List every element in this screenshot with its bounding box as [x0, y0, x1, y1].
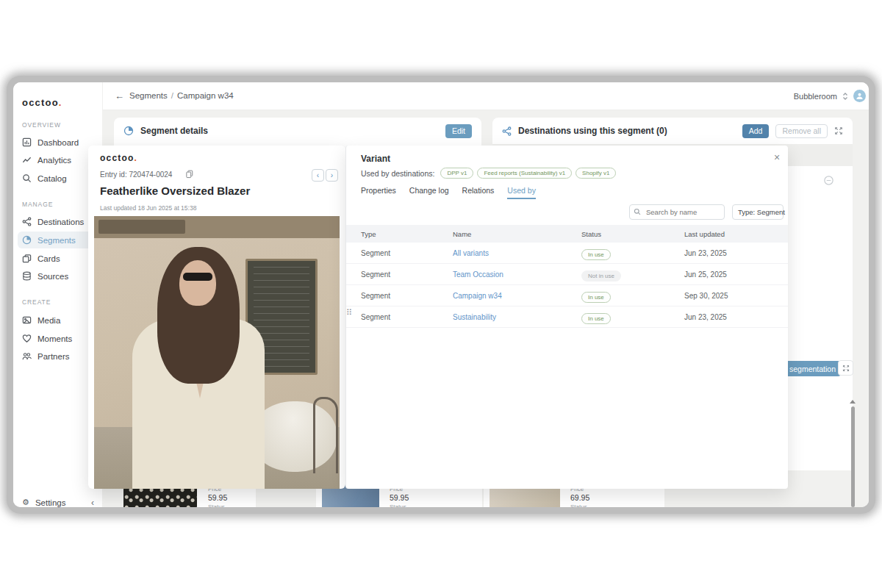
dashboard-icon: [22, 137, 32, 147]
status-badge: In use: [581, 249, 611, 260]
table-row[interactable]: Segment Sustainability In use Jun 23, 20…: [346, 306, 788, 328]
row-name-link[interactable]: Team Occasion: [453, 270, 581, 279]
add-button[interactable]: Add: [742, 124, 770, 138]
status-badge: In use: [581, 292, 611, 303]
tab-properties[interactable]: Properties: [361, 186, 396, 199]
product-photo: [94, 216, 340, 489]
row-name-link[interactable]: Campaign w34: [453, 292, 581, 300]
price-value: 59.95: [390, 493, 409, 502]
row-type: Segment: [361, 270, 453, 279]
sidebar-item-label: Settings: [35, 498, 66, 507]
select-chevrons-icon: [842, 92, 848, 101]
app-logo: occtoo.: [22, 97, 62, 108]
destination-badge: DPP v1: [440, 168, 473, 179]
sidebar-item-label: Catalog: [37, 174, 67, 183]
logo-dot: .: [135, 153, 138, 163]
sidebar-item-settings[interactable]: ⚙ Settings ‹: [18, 494, 100, 507]
photo-sunglasses: [183, 273, 212, 281]
used-by-destinations: Used by destinations: DPP v1 Feed report…: [361, 168, 616, 179]
panel-title: Destinations using this segment (0): [518, 126, 667, 136]
collapse-sidebar-icon[interactable]: ‹: [91, 498, 94, 508]
type-filter-value: Type: Segment: [738, 208, 785, 216]
app-logo: occtoo.: [100, 153, 137, 163]
table-row[interactable]: Segment All variants In use Jun 23, 2025: [346, 243, 788, 264]
analytics-icon: [22, 155, 32, 165]
screenshot-canvas: occtoo. OVERVIEW Dashboard Analytics Cat…: [0, 0, 882, 588]
account-switcher[interactable]: Bubbleroom: [794, 90, 866, 102]
segment-details-header: Segment details Edit: [114, 118, 481, 144]
empty-state-icon: [823, 175, 834, 186]
search-box: [629, 204, 725, 220]
expand-icon: [834, 126, 843, 135]
status-label: Status: [570, 503, 587, 507]
segmentation-button[interactable]: segmentation: [784, 361, 841, 376]
row-last-updated: Jun 23, 2025: [684, 313, 773, 321]
media-image-icon: [22, 315, 32, 325]
segment-pie-icon: [123, 126, 134, 136]
segments-pie-icon: [22, 235, 32, 245]
sidebar-item-label: Media: [37, 316, 60, 325]
expand-icon: [842, 365, 850, 372]
table-row[interactable]: Segment Campaign w34 In use Sep 30, 2025: [346, 285, 788, 306]
close-icon[interactable]: ×: [774, 151, 780, 163]
sidebar-item-label: Partners: [37, 352, 69, 361]
tab-used-by[interactable]: Used by: [507, 186, 536, 199]
remove-all-button[interactable]: Remove all: [775, 124, 828, 138]
sidebar-item-label: Sources: [37, 272, 68, 281]
panel-title: Segment details: [140, 126, 208, 136]
breadcrumb-parent[interactable]: Segments: [129, 91, 168, 100]
row-name-link[interactable]: Sustainability: [453, 313, 581, 321]
row-type: Segment: [361, 313, 453, 321]
photo-cafe-sign: [98, 220, 185, 234]
column-name: Name: [453, 230, 581, 238]
back-arrow-icon[interactable]: ←: [115, 90, 124, 101]
expand-panel-button[interactable]: [834, 126, 843, 135]
section-label-overview: OVERVIEW: [22, 121, 61, 129]
user-avatar[interactable]: [853, 90, 866, 102]
product-title: Featherlike Oversized Blazer: [100, 184, 250, 197]
used-by-label: Used by destinations:: [361, 169, 434, 178]
person-icon: [856, 92, 864, 100]
status-badge: Not in use: [581, 270, 621, 282]
status-label: Status: [208, 503, 225, 507]
tab-change-log[interactable]: Change log: [409, 186, 449, 199]
row-type: Segment: [361, 249, 453, 257]
destinations-header: Destinations using this segment (0) Add …: [492, 118, 853, 144]
status-label: Status: [390, 503, 406, 507]
table-header: Type Name Status Last updated: [346, 225, 788, 243]
destinations-share-icon: [22, 217, 32, 226]
row-last-updated: Jun 23, 2025: [684, 249, 773, 257]
table-row[interactable]: Segment Team Occasion Not in use Jun 25,…: [346, 264, 788, 285]
moments-heart-icon: [22, 334, 32, 343]
expand-segmentation-button[interactable]: [838, 360, 853, 376]
column-type: Type: [361, 230, 453, 238]
edit-button[interactable]: Edit: [445, 124, 472, 138]
photo-cafe-chair: [313, 397, 338, 473]
gear-icon: ⚙: [22, 498, 29, 507]
product-detail-overlay: occtoo. Entry id: 720474-0024 ‹ › Feathe…: [88, 146, 345, 489]
logo-text: occtoo: [100, 153, 135, 163]
breadcrumb-separator: /: [168, 91, 177, 100]
sidebar-item-label: Segments: [37, 236, 76, 245]
status-badge: In use: [581, 313, 611, 324]
type-filter-select[interactable]: Type: Segment: [732, 204, 784, 220]
tab-relations[interactable]: Relations: [462, 186, 495, 199]
sidebar-item-label: Destinations: [37, 218, 84, 226]
row-name-link[interactable]: All variants: [453, 249, 581, 257]
account-name: Bubbleroom: [794, 92, 837, 101]
scrollbar[interactable]: [851, 406, 855, 507]
partners-people-icon: [22, 351, 32, 361]
next-entry-button[interactable]: ›: [326, 169, 338, 182]
logo-dot: .: [59, 97, 62, 108]
destinations-share-icon: [502, 126, 512, 136]
copy-icon[interactable]: [186, 170, 193, 179]
search-icon: [634, 208, 641, 215]
column-last-updated: Last updated: [684, 230, 773, 238]
search-input[interactable]: [629, 204, 725, 220]
variant-title: Variant: [361, 154, 390, 164]
section-label-create: CREATE: [22, 298, 51, 306]
previous-entry-button[interactable]: ‹: [312, 169, 324, 182]
destination-badge: Shopify v1: [576, 168, 616, 179]
sidebar-item-label: Dashboard: [37, 138, 79, 147]
scroll-up-arrow[interactable]: [850, 400, 856, 404]
